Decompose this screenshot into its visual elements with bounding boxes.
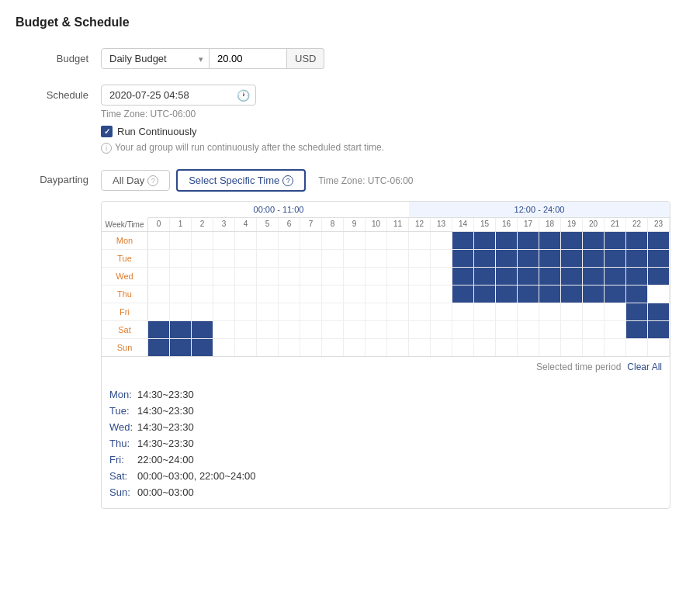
time-cell[interactable] [474,268,496,285]
time-cell[interactable] [496,303,518,320]
time-cell[interactable] [539,250,561,267]
time-cell[interactable] [539,303,561,320]
time-cell[interactable] [518,339,539,356]
time-cell[interactable] [170,286,192,303]
specific-time-button[interactable]: Select Specific Time ? [176,169,306,192]
time-cell[interactable] [192,303,213,320]
time-cell[interactable] [431,321,452,338]
time-cell[interactable] [409,286,431,303]
time-cell[interactable] [322,232,344,249]
time-cell[interactable] [322,250,344,267]
time-cell[interactable] [366,339,387,356]
time-cell[interactable] [626,286,648,303]
time-cell[interactable] [235,321,257,338]
time-cell[interactable] [213,303,235,320]
time-cell[interactable] [192,286,213,303]
time-cell[interactable] [518,232,539,249]
time-cell[interactable] [409,339,431,356]
time-cell[interactable] [474,286,496,303]
time-cell[interactable] [605,250,626,267]
time-cell[interactable] [257,250,279,267]
time-cell[interactable] [431,286,452,303]
time-cell[interactable] [344,303,366,320]
time-cell[interactable] [300,268,322,285]
time-cell[interactable] [170,321,192,338]
time-cell[interactable] [496,339,518,356]
time-cell[interactable] [539,268,561,285]
time-cell[interactable] [626,321,648,338]
time-cell[interactable] [192,339,213,356]
time-cell[interactable] [387,303,409,320]
time-cell[interactable] [409,250,431,267]
time-cell[interactable] [648,286,670,303]
time-cell[interactable] [431,339,452,356]
time-cell[interactable] [605,232,626,249]
time-cell[interactable] [409,321,431,338]
time-cell[interactable] [452,303,474,320]
time-cell[interactable] [518,303,539,320]
time-cell[interactable] [300,339,322,356]
time-cell[interactable] [257,268,279,285]
time-cell[interactable] [605,321,626,338]
time-cell[interactable] [344,321,366,338]
time-cell[interactable] [431,232,452,249]
time-cell[interactable] [605,303,626,320]
time-cell[interactable] [213,321,235,338]
time-cell[interactable] [626,268,648,285]
time-cell[interactable] [322,268,344,285]
time-cell[interactable] [235,250,257,267]
time-cell[interactable] [279,250,300,267]
time-cell[interactable] [496,232,518,249]
time-cell[interactable] [431,268,452,285]
time-cell[interactable] [539,321,561,338]
time-cell[interactable] [648,268,670,285]
time-cell[interactable] [648,250,670,267]
time-cell[interactable] [452,321,474,338]
time-cell[interactable] [192,268,213,285]
time-cell[interactable] [626,250,648,267]
time-cell[interactable] [192,232,213,249]
time-cell[interactable] [322,303,344,320]
time-cell[interactable] [626,232,648,249]
time-cell[interactable] [605,286,626,303]
time-cell[interactable] [648,232,670,249]
time-cell[interactable] [518,286,539,303]
time-cell[interactable] [366,286,387,303]
time-cell[interactable] [474,232,496,249]
time-cell[interactable] [235,268,257,285]
time-cell[interactable] [387,232,409,249]
time-cell[interactable] [148,250,170,267]
time-cell[interactable] [561,232,583,249]
time-cell[interactable] [496,286,518,303]
time-cell[interactable] [170,339,192,356]
time-cell[interactable] [322,321,344,338]
time-cell[interactable] [322,286,344,303]
time-cell[interactable] [279,286,300,303]
time-cell[interactable] [257,339,279,356]
time-cell[interactable] [366,303,387,320]
time-cell[interactable] [452,232,474,249]
time-cell[interactable] [279,268,300,285]
time-cell[interactable] [539,286,561,303]
time-cell[interactable] [279,321,300,338]
time-cell[interactable] [561,250,583,267]
time-cell[interactable] [452,268,474,285]
time-cell[interactable] [170,250,192,267]
time-cell[interactable] [257,321,279,338]
time-cell[interactable] [300,250,322,267]
time-cell[interactable] [605,339,626,356]
time-cell[interactable] [583,339,605,356]
time-cell[interactable] [539,232,561,249]
time-cell[interactable] [300,321,322,338]
time-cell[interactable] [452,339,474,356]
time-cell[interactable] [496,321,518,338]
budget-type-select[interactable]: Daily Budget [101,48,210,69]
time-cell[interactable] [213,232,235,249]
time-cell[interactable] [387,268,409,285]
time-cell[interactable] [409,268,431,285]
datetime-input[interactable] [101,85,256,106]
time-cell[interactable] [648,303,670,320]
time-cell[interactable] [366,232,387,249]
time-cell[interactable] [148,321,170,338]
time-cell[interactable] [496,250,518,267]
